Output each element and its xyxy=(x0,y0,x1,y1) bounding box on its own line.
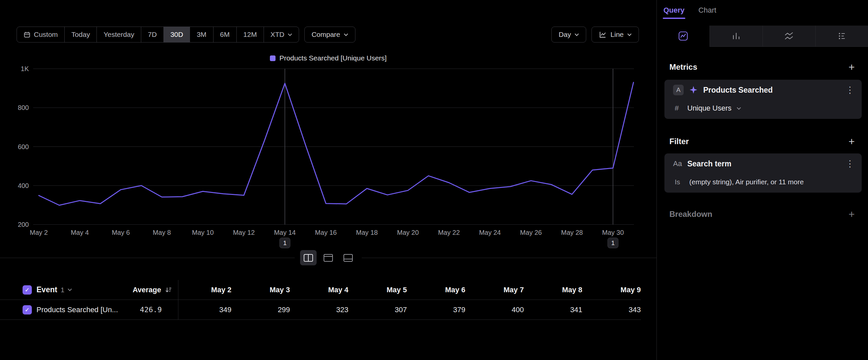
svg-text:May 4: May 4 xyxy=(71,229,89,236)
chevron-down-icon[interactable] xyxy=(737,107,741,110)
viz-tab-metric[interactable] xyxy=(815,26,868,47)
filter-condition-row: Is (empty string), Air purifier, or 11 m… xyxy=(664,174,862,190)
svg-text:May 6: May 6 xyxy=(112,229,130,236)
table-date-headers: May 2May 3May 4May 5May 6May 7May 8May 9 xyxy=(178,280,641,300)
svg-text:1: 1 xyxy=(611,240,615,246)
date-column-header: May 2 xyxy=(178,286,231,294)
viz-tab-bar[interactable] xyxy=(710,26,763,47)
series-name[interactable]: Products Searched [Un... xyxy=(36,306,118,314)
svg-text:1K: 1K xyxy=(21,65,29,73)
svg-text:800: 800 xyxy=(18,104,29,111)
svg-text:200: 200 xyxy=(18,221,29,228)
filter-card-main-row: Aa Search term ⋮ xyxy=(664,154,862,174)
layout-toggle-group xyxy=(295,250,362,265)
stacked-chart-tab-icon xyxy=(784,31,794,41)
sidebar-tabs: Query Chart xyxy=(663,6,716,15)
metric-name[interactable]: Products Searched xyxy=(703,86,840,95)
main-area: CustomTodayYesterday7D30D3M6M12MXTD Comp… xyxy=(0,0,656,360)
event-count: 1 xyxy=(61,286,65,294)
breakdown-section-header: Breakdown + xyxy=(670,209,855,220)
event-selector[interactable]: Event 1 xyxy=(36,285,72,294)
filter-card[interactable]: Aa Search term ⋮ Is (empty string), Air … xyxy=(664,154,862,193)
measure-selector[interactable]: Unique Users xyxy=(687,104,732,113)
value-cell: 349 xyxy=(178,306,231,314)
event-label: Event xyxy=(36,285,57,294)
legend-label: Products Searched [Unique Users] xyxy=(279,54,386,62)
svg-text:May 18: May 18 xyxy=(356,229,378,236)
layout-chart-only-button[interactable] xyxy=(320,250,337,265)
line-chart-tab-icon xyxy=(678,31,688,41)
legend-swatch xyxy=(270,55,276,61)
svg-text:1: 1 xyxy=(283,240,287,246)
svg-text:400: 400 xyxy=(18,182,29,189)
average-value: 426.9 xyxy=(140,306,178,314)
value-cell: 379 xyxy=(407,306,465,314)
app-root: CustomTodayYesterday7D30D3M6M12MXTD Comp… xyxy=(0,0,868,360)
metric-tab-icon xyxy=(837,31,847,41)
query-sidebar: Query Chart Metrics + A P xyxy=(656,0,868,360)
value-cell: 400 xyxy=(465,306,524,314)
layout-bottom-panel-button[interactable] xyxy=(340,250,356,265)
svg-text:May 14: May 14 xyxy=(274,229,296,236)
viz-tab-stacked[interactable] xyxy=(763,26,816,47)
layout-toggle-row xyxy=(0,247,656,269)
svg-text:May 22: May 22 xyxy=(438,229,460,236)
metric-card[interactable]: A Products Searched ⋮ # Unique Users xyxy=(664,80,862,119)
average-header-label: Average xyxy=(133,286,161,294)
filter-menu-button[interactable]: ⋮ xyxy=(845,159,855,168)
viz-type-tabs xyxy=(657,26,868,47)
table-data-row: ✓ Products Searched [Un... 426.9 3492993… xyxy=(0,300,641,320)
chart-legend[interactable]: Products Searched [Unique Users] xyxy=(0,54,656,62)
date-column-header: May 9 xyxy=(582,286,641,294)
number-type-icon: # xyxy=(675,104,682,113)
select-all-checkbox[interactable]: ✓ xyxy=(23,285,32,295)
layout-split-button[interactable] xyxy=(300,250,317,265)
sort-icon xyxy=(164,286,173,294)
value-cell: 299 xyxy=(231,306,290,314)
date-column-header: May 6 xyxy=(407,286,465,294)
value-cell: 307 xyxy=(348,306,407,314)
add-metric-button[interactable]: + xyxy=(848,62,855,72)
tab-query[interactable]: Query xyxy=(663,6,685,15)
date-column-header: May 7 xyxy=(465,286,524,294)
layout-full-icon xyxy=(323,253,334,262)
svg-text:May 26: May 26 xyxy=(520,229,542,236)
svg-text:May 16: May 16 xyxy=(315,229,337,236)
breakdown-title: Breakdown xyxy=(670,210,712,219)
date-column-header: May 5 xyxy=(348,286,407,294)
text-type-icon: Aa xyxy=(673,159,682,168)
value-cell: 343 xyxy=(582,306,641,314)
layout-split-icon xyxy=(303,253,314,262)
date-column-header: May 8 xyxy=(524,286,582,294)
line-chart-svg: 1K800600400200May 2May 4May 6May 8May 10… xyxy=(0,0,656,262)
svg-text:May 30: May 30 xyxy=(602,229,624,236)
filter-title: Filter xyxy=(670,137,689,146)
filter-section-header: Filter + xyxy=(670,136,855,147)
viz-tab-line[interactable] xyxy=(657,26,710,47)
filter-value[interactable]: (empty string), Air purifier, or 11 more xyxy=(689,178,804,186)
layout-bottom-panel-icon xyxy=(343,253,353,262)
filter-property-name[interactable]: Search term xyxy=(687,159,840,168)
metric-card-main-row: A Products Searched ⋮ xyxy=(664,80,862,100)
svg-text:May 28: May 28 xyxy=(561,229,583,236)
tab-chart[interactable]: Chart xyxy=(699,6,716,15)
bar-chart-tab-icon xyxy=(731,31,741,41)
svg-text:May 10: May 10 xyxy=(192,229,214,236)
metrics-title: Metrics xyxy=(670,62,697,72)
metric-measure-row: # Unique Users xyxy=(664,100,862,116)
add-filter-button[interactable]: + xyxy=(848,137,855,146)
svg-text:May 2: May 2 xyxy=(30,229,48,236)
metric-menu-button[interactable]: ⋮ xyxy=(845,86,855,95)
table-row-left: ✓ Products Searched [Un... 426.9 xyxy=(0,300,178,320)
row-checkbox[interactable]: ✓ xyxy=(23,305,32,314)
chevron-down-icon xyxy=(68,288,72,291)
date-column-header: May 3 xyxy=(231,286,290,294)
add-breakdown-button[interactable]: + xyxy=(848,209,855,219)
filter-operator[interactable]: Is xyxy=(675,178,684,186)
average-sort-control[interactable]: Average xyxy=(133,286,178,294)
data-table: ✓ Event 1 Average May 2May 3May 4May 5Ma… xyxy=(0,280,641,320)
value-cell: 323 xyxy=(290,306,348,314)
svg-text:600: 600 xyxy=(18,143,29,150)
series-letter-badge: A xyxy=(673,85,684,95)
svg-text:May 24: May 24 xyxy=(479,229,501,236)
